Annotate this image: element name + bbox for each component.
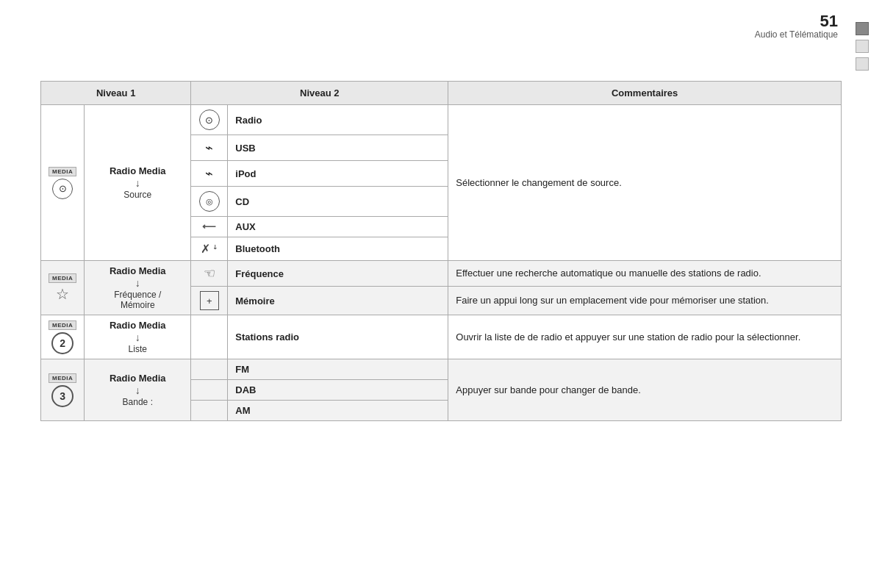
icon-dab: [191, 380, 228, 401]
media-badge-freq: MEDIA: [49, 273, 76, 283]
icon-aux: ⟵: [191, 217, 228, 237]
label-stations-radio: Stations radio: [228, 315, 448, 359]
level1-sub-freq: Fréquence /Mémoire: [114, 290, 161, 310]
arrow-liste: ↓: [135, 332, 140, 343]
level1-icon-source: MEDIA ⊙: [41, 105, 85, 261]
label-cd: CD: [228, 187, 448, 217]
label-fm: FM: [228, 359, 448, 380]
sq-dark: [856, 22, 869, 35]
label-dab: DAB: [228, 380, 448, 401]
label-ipod: iPod: [228, 161, 448, 187]
page-number: 51: [755, 13, 838, 29]
col-comments-header: Commentaires: [448, 82, 842, 105]
level1-label-bande: Radio Media ↓ Bande :: [85, 359, 191, 421]
level1-sub-bande: Bande :: [123, 397, 153, 407]
level1-icon-bande: MEDIA 3: [41, 359, 85, 421]
comment-liste: Ouvrir la liste de de radio et appuyer s…: [448, 315, 842, 359]
icon-usb: ⌁: [191, 135, 228, 161]
level1-icon-liste: MEDIA 2: [41, 315, 85, 359]
label-bluetooth: Bluetooth: [228, 237, 448, 261]
icon-memoire: +: [191, 287, 228, 315]
level1-sub-liste: Liste: [129, 344, 147, 354]
label-frequence: Fréquence: [228, 261, 448, 287]
comment-bande: Appuyer sur bande pour changer de bande.: [448, 359, 842, 421]
table-row: MEDIA ⊙ Radio Media ↓ Source ⊙ Radio: [41, 105, 842, 135]
label-aux: AUX: [228, 217, 448, 237]
page-header: 51 Audio et Télématique: [755, 13, 838, 40]
comment-memoire: Faire un appui long sur un emplacement v…: [448, 287, 842, 315]
label-am: AM: [228, 401, 448, 421]
num3-icon: 3: [51, 385, 74, 407]
level1-sub-source: Source: [123, 190, 151, 200]
arrow-bande: ↓: [135, 385, 140, 395]
level1-title-freq: Radio Media: [110, 265, 166, 276]
icon-fm: [191, 359, 228, 380]
label-memoire: Mémoire: [228, 287, 448, 315]
arrow-source: ↓: [135, 178, 140, 188]
icon-cd: ◎: [191, 187, 228, 217]
star-icon: ☆: [56, 285, 69, 303]
sq-2: [856, 57, 869, 71]
table-row: MEDIA 3 Radio Media ↓ Bande : FM App: [41, 359, 842, 380]
comment-source: Sélectionner le changement de source.: [448, 105, 842, 261]
label-usb: USB: [228, 135, 448, 161]
icon-frequence: ☜: [191, 261, 228, 287]
media-badge-source: MEDIA: [49, 167, 76, 176]
table-row: MEDIA ☆ Radio Media ↓ Fréquence /Mémoire…: [41, 261, 842, 287]
label-radio: Radio: [228, 105, 448, 135]
sidebar-squares: [856, 22, 869, 71]
media-badge-liste: MEDIA: [49, 320, 76, 330]
level1-label-source: Radio Media ↓ Source: [85, 105, 191, 261]
icon-bluetooth: ✗ ꜜ: [191, 237, 228, 261]
level1-title-bande: Radio Media: [110, 373, 166, 384]
table-row: MEDIA 2 Radio Media ↓ Liste Stations rad…: [41, 315, 842, 359]
media-badge-bande: MEDIA: [49, 373, 76, 383]
col-niveau2-header: Niveau 2: [191, 82, 448, 105]
level1-title-liste: Radio Media: [110, 320, 166, 331]
level1-label-freq: Radio Media ↓ Fréquence /Mémoire: [85, 261, 191, 315]
radio-circle-icon: ⊙: [52, 179, 73, 199]
icon-am: [191, 401, 228, 421]
level1-title-source: Radio Media: [110, 165, 166, 176]
num2-icon: 2: [51, 332, 74, 354]
sq-1: [856, 40, 869, 53]
icon-ipod: ⌁: [191, 161, 228, 187]
icon-stations-radio: [191, 315, 228, 359]
level1-icon-freq: MEDIA ☆: [41, 261, 85, 315]
level1-label-liste: Radio Media ↓ Liste: [85, 315, 191, 359]
icon-radio: ⊙: [191, 105, 228, 135]
comment-frequence: Effectuer une recherche automatique ou m…: [448, 261, 842, 287]
page-subtitle: Audio et Télématique: [755, 29, 838, 40]
content-table: Niveau 1 Niveau 2 Commentaires MEDIA ⊙ R…: [40, 81, 842, 421]
main-table: Niveau 1 Niveau 2 Commentaires MEDIA ⊙ R…: [40, 81, 842, 421]
col-niveau1-header: Niveau 1: [41, 82, 191, 105]
arrow-freq: ↓: [135, 278, 140, 288]
